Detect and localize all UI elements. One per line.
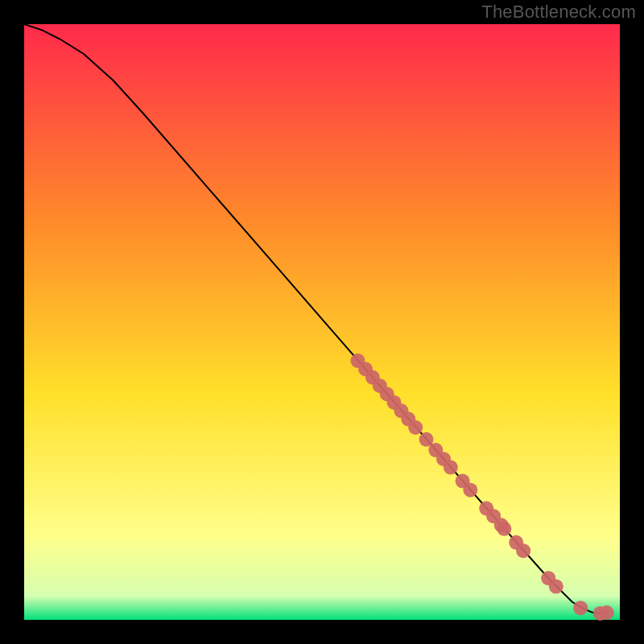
data-point — [408, 420, 423, 435]
data-point — [600, 605, 614, 620]
data-point — [573, 601, 588, 615]
chart-svg — [0, 0, 644, 644]
data-point — [497, 522, 511, 536]
data-point — [444, 460, 458, 475]
watermark-text: TheBottleneck.com — [481, 2, 636, 23]
chart-stage: TheBottleneck.com — [0, 0, 644, 644]
data-point — [463, 483, 477, 497]
plot-background — [24, 24, 620, 620]
data-point — [516, 543, 530, 558]
data-point — [549, 580, 564, 594]
